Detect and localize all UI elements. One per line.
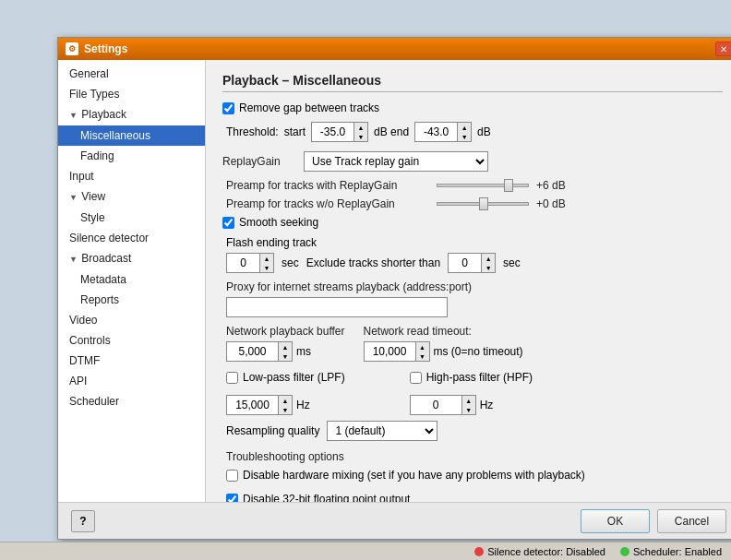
hpf-input[interactable] (411, 396, 461, 414)
proxy-input[interactable] (226, 297, 448, 317)
sidebar-item-style[interactable]: Style (58, 208, 205, 228)
network-buffer-group: Network playback buffer ▲ ▼ ms (226, 325, 345, 362)
proxy-input-row (226, 297, 723, 317)
threshold-label: Threshold: (226, 125, 279, 138)
network-timeout-arrows: ▲ ▼ (415, 342, 429, 361)
network-timeout-group: Network read timeout: ▲ ▼ ms (0=no timeo… (364, 325, 523, 362)
scheduler-status: Scheduler: Enabled (620, 546, 722, 557)
sidebar-item-metadata[interactable]: Metadata (58, 269, 205, 290)
network-timeout-input[interactable] (365, 342, 415, 361)
preamp-with-value: +6 dB (536, 179, 573, 192)
hpf-up[interactable]: ▲ (462, 396, 475, 405)
sidebar-item-broadcast[interactable]: ▼ Broadcast (58, 248, 205, 269)
help-button[interactable]: ? (71, 510, 95, 532)
network-buffer-up[interactable]: ▲ (279, 342, 292, 351)
sidebar-item-scheduler[interactable]: Scheduler (58, 391, 205, 411)
trouble-label-1: Disable hardware mixing (set if you have… (243, 469, 585, 482)
remove-gap-label: Remove gap between tracks (239, 101, 379, 114)
preamp-with-slider-thumb[interactable] (504, 179, 513, 192)
flash-ending-label: Flash ending track (226, 236, 317, 249)
hpf-spinbox: ▲ ▼ (410, 395, 476, 415)
sidebar-item-dtmf[interactable]: DTMF (58, 351, 205, 371)
network-timeout-input-row: ▲ ▼ ms (0=no timeout) (364, 341, 523, 362)
sidebar-item-view[interactable]: ▼ View (58, 186, 205, 208)
sidebar-item-filetypes[interactable]: File Types (58, 84, 205, 104)
settings-dialog: ⚙ Settings ✕ General File Types ▼ Playba… (57, 37, 731, 540)
smooth-seeking-label: Smooth seeking (239, 216, 318, 229)
flash-value-up[interactable]: ▲ (260, 254, 273, 263)
replaygain-label: ReplayGain (222, 155, 296, 168)
hpf-down[interactable]: ▼ (462, 405, 475, 414)
resampling-dropdown[interactable]: 1 (default) 2 3 4 5 (327, 421, 437, 441)
flash-exclude-spinbox: ▲ ▼ (448, 253, 496, 273)
preamp-without-slider-thumb[interactable] (479, 197, 488, 210)
sidebar-item-api[interactable]: API (58, 371, 205, 391)
lpf-input[interactable] (227, 396, 278, 414)
flash-value-down[interactable]: ▼ (260, 263, 273, 272)
sidebar-item-reports[interactable]: Reports (58, 290, 205, 310)
silence-detector-label: Silence detector: Disabled (487, 546, 605, 557)
resampling-label: Resampling quality (226, 424, 319, 437)
flash-ending-title: Flash ending track (226, 236, 723, 249)
network-buffer-input[interactable] (227, 342, 278, 361)
remove-gap-checkbox[interactable] (222, 102, 234, 114)
lpf-unit: Hz (296, 399, 310, 411)
sidebar-item-controls[interactable]: Controls (58, 330, 205, 351)
flash-exclude-label: Exclude tracks shorter than (306, 256, 440, 269)
flash-sec-label2: sec (503, 256, 521, 269)
threshold-start-up[interactable]: ▲ (354, 123, 367, 132)
network-buffer-input-row: ▲ ▼ ms (226, 341, 345, 362)
footer-buttons: OK Cancel (581, 509, 726, 533)
hpf-checkbox[interactable] (410, 372, 422, 384)
threshold-end-up[interactable]: ▲ (458, 123, 471, 132)
dialog-close-button[interactable]: ✕ (715, 42, 731, 56)
preamp-with-row: Preamp for tracks with ReplayGain +6 dB (226, 179, 723, 192)
sidebar-item-playback[interactable]: ▼ Playback (58, 104, 205, 125)
flash-sec-label: sec (282, 256, 299, 269)
ok-button[interactable]: OK (581, 509, 650, 533)
threshold-start-down[interactable]: ▼ (354, 132, 367, 141)
sidebar-item-miscellaneous[interactable]: Miscellaneous (58, 125, 205, 146)
network-timeout-unit: ms (0=no timeout) (434, 345, 523, 358)
flash-exclude-up[interactable]: ▲ (482, 254, 495, 263)
lpf-down[interactable]: ▼ (279, 405, 292, 414)
hpf-label: High-pass filter (HPF) (426, 371, 533, 384)
dialog-body: General File Types ▼ Playback Miscellane… (58, 60, 731, 502)
smooth-seeking-checkbox[interactable] (222, 217, 234, 229)
lpf-up[interactable]: ▲ (279, 396, 292, 405)
flash-exclude-input[interactable] (449, 254, 481, 272)
remove-gap-row: Remove gap between tracks (222, 101, 723, 114)
threshold-start-spinbox: ▲ ▼ (311, 122, 368, 142)
network-buffer-label: Network playback buffer (226, 325, 345, 338)
network-row: Network playback buffer ▲ ▼ ms Netw (226, 325, 723, 362)
flash-value-spinbox: ▲ ▼ (226, 253, 274, 273)
network-buffer-spinbox: ▲ ▼ (226, 341, 293, 362)
network-buffer-down[interactable]: ▼ (279, 351, 292, 361)
sidebar-item-input[interactable]: Input (58, 166, 205, 186)
sidebar-item-fading[interactable]: Fading (58, 146, 205, 166)
trouble-checkbox-2[interactable] (226, 494, 238, 503)
threshold-end-down[interactable]: ▼ (458, 132, 471, 141)
trouble-label-2: Disable 32-bit floating point output (243, 493, 410, 502)
preamp-with-slider-track (437, 184, 529, 187)
preamp-without-label: Preamp for tracks w/o ReplayGain (226, 197, 429, 210)
network-timeout-down[interactable]: ▼ (416, 351, 429, 361)
lpf-checkbox[interactable] (226, 372, 238, 384)
lpf-group: Low-pass filter (LPF) ▲ ▼ Hz (226, 371, 345, 415)
flash-value-input[interactable] (227, 254, 259, 272)
lpf-spinbox: ▲ ▼ (226, 395, 293, 415)
replaygain-dropdown[interactable]: Use Track replay gain Use Album replay g… (304, 151, 488, 172)
flash-exclude-down[interactable]: ▼ (482, 263, 495, 272)
troubleshooting-label: Troubleshooting options (226, 450, 723, 463)
hpf-checkbox-row: High-pass filter (HPF) (410, 371, 533, 384)
threshold-end-input[interactable] (415, 123, 457, 141)
threshold-start-input[interactable] (312, 123, 354, 141)
sidebar-item-silence-detector[interactable]: Silence detector (58, 228, 205, 248)
proxy-label: Proxy for internet streams playback (add… (226, 280, 723, 293)
trouble-checkbox-1[interactable] (226, 470, 238, 482)
sidebar-item-video[interactable]: Video (58, 310, 205, 330)
sidebar-item-general[interactable]: General (58, 64, 205, 84)
lpf-input-row: ▲ ▼ Hz (226, 395, 345, 415)
network-timeout-up[interactable]: ▲ (416, 342, 429, 351)
cancel-button[interactable]: Cancel (657, 509, 726, 533)
